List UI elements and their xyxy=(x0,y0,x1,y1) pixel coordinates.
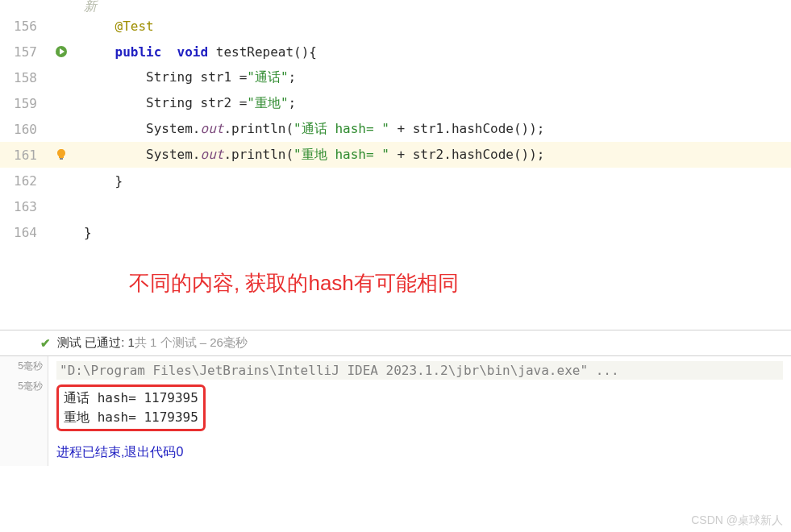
line-number: 164 xyxy=(0,225,45,240)
highlighted-output: 通话 hash= 1179395 重地 hash= 1179395 xyxy=(56,384,206,431)
code-content[interactable]: System.out.println("重地 hash= " + str2.ha… xyxy=(77,147,544,164)
code-line[interactable]: 158 String str1 ="通话"; xyxy=(0,64,791,90)
check-icon: ✔ xyxy=(40,336,51,351)
run-test-icon[interactable] xyxy=(55,45,68,58)
line-number: 162 xyxy=(0,173,45,189)
code-line[interactable]: 164} xyxy=(0,219,791,245)
code-line[interactable]: 156 @Test xyxy=(0,13,791,39)
line-number: 156 xyxy=(0,19,45,34)
code-content[interactable]: public void testRepeat(){ xyxy=(77,44,317,60)
code-content[interactable]: String str2 ="重地"; xyxy=(77,95,296,112)
test-node-time[interactable]: 5毫秒 xyxy=(0,376,48,397)
code-content[interactable]: String str1 ="通话"; xyxy=(77,69,296,86)
code-line[interactable]: 161 System.out.println("重地 hash= " + str… xyxy=(0,142,791,168)
output-line: 通话 hash= 1179395 xyxy=(64,389,198,408)
bulb-icon[interactable] xyxy=(55,148,68,161)
test-status-text: 测试 已通过: 1共 1 个测试 – 26毫秒 xyxy=(57,335,248,351)
svg-rect-1 xyxy=(60,158,63,160)
code-content[interactable]: @Test xyxy=(77,19,154,34)
code-line[interactable]: 159 String str2 ="重地"; xyxy=(0,90,791,116)
line-number: 157 xyxy=(0,44,45,60)
code-line[interactable]: 160 System.out.println("通话 hash= " + str… xyxy=(0,116,791,142)
output-line: 重地 hash= 1179395 xyxy=(64,408,198,427)
line-number: 161 xyxy=(0,148,45,163)
code-line[interactable]: 162 } xyxy=(0,168,791,193)
test-status-bar: ✔ 测试 已通过: 1共 1 个测试 – 26毫秒 xyxy=(0,330,791,355)
code-content[interactable]: } xyxy=(77,225,92,240)
code-line[interactable]: 163 xyxy=(0,193,791,219)
console-tree[interactable]: 5毫秒 5毫秒 xyxy=(0,356,48,466)
console-output[interactable]: "D:\Program Files\JetBrains\IntelliJ IDE… xyxy=(48,356,791,466)
line-number: 158 xyxy=(0,70,45,85)
annotation-text: 不同的内容, 获取的hash有可能相同 xyxy=(0,245,791,330)
line-number: 160 xyxy=(0,122,45,137)
line-number: 163 xyxy=(0,199,45,214)
code-editor[interactable]: 新 156 @Test157 public void testRepeat(){… xyxy=(0,0,791,245)
code-content[interactable]: } xyxy=(77,173,123,189)
watermark: CSDN @桌球新人 xyxy=(691,513,783,528)
console-panel: 5毫秒 5毫秒 "D:\Program Files\JetBrains\Inte… xyxy=(0,355,791,466)
command-line: "D:\Program Files\JetBrains\IntelliJ IDE… xyxy=(56,361,783,380)
code-content[interactable]: System.out.println("通话 hash= " + str1.ha… xyxy=(77,121,544,138)
test-node-time[interactable]: 5毫秒 xyxy=(0,356,48,376)
code-line[interactable]: 157 public void testRepeat(){ xyxy=(0,39,791,64)
line-number: 159 xyxy=(0,96,45,111)
exit-code-line: 进程已结束,退出代码0 xyxy=(56,444,783,461)
